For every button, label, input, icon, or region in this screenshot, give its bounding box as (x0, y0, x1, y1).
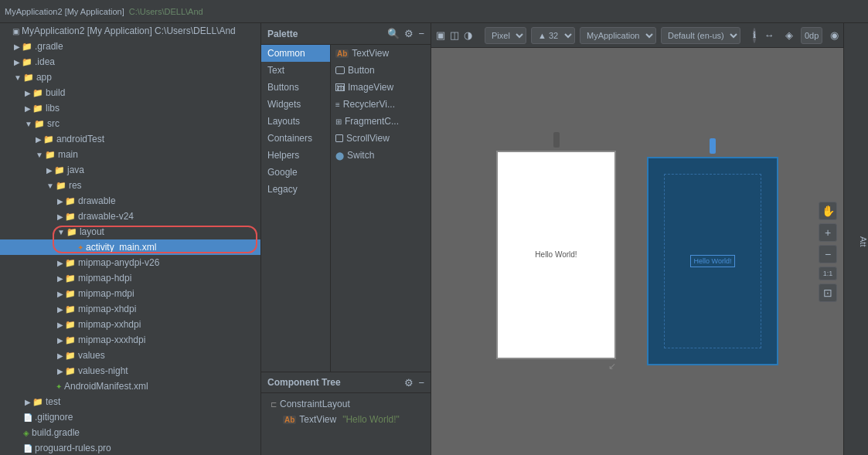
app-select[interactable]: MyApplication (580, 27, 656, 44)
tree-arrow: ▼ (14, 73, 22, 82)
palette-cat-text[interactable]: Text (261, 62, 330, 79)
fullscreen-btn[interactable]: ⊡ (819, 284, 837, 302)
tree-item-label: MyApplication2 [My Application] C:\Users… (22, 25, 236, 36)
ratio-btn[interactable]: 1:1 (819, 267, 837, 280)
tree-item-src[interactable]: ▼📁src (0, 116, 260, 131)
tree-item-build[interactable]: ▶📁build (0, 85, 260, 100)
normal-phone-frame: Hello World! ↙ (496, 132, 616, 372)
tree-item-mipmap-xhdpi[interactable]: ▶📁mipmap-xhdpi (0, 301, 260, 317)
design-mode-btn[interactable]: ▣ (436, 27, 445, 44)
palette-widget-textview[interactable]: AbTextView (331, 45, 431, 62)
palette-cat-widgets[interactable]: Widgets (261, 96, 330, 113)
tree-item-mipmap-anydpi-v26[interactable]: ▶📁mipmap-anydpi-v26 (0, 255, 260, 270)
tree-item-build-gradle[interactable]: ◈build.gradle (0, 425, 260, 440)
comp-constraint-layout[interactable]: ⊏ ConstraintLayout (267, 396, 424, 412)
locale-select[interactable]: Default (en-us) (661, 27, 740, 44)
tree-item-idea[interactable]: ▶📁.idea (0, 54, 260, 70)
tree-arrow: ▶ (57, 336, 63, 345)
dp-label: 0dp (801, 27, 822, 44)
tree-item-layout[interactable]: ▼📁layout (0, 224, 260, 239)
comp-textview[interactable]: Ab TextView "Hello World!" (267, 412, 424, 427)
palette-header-icons: 🔍 ⚙ − (387, 28, 424, 39)
palette-cat-google[interactable]: Google (261, 164, 330, 181)
folder-icon: 📁 (34, 119, 45, 129)
palette-cat-helpers[interactable]: Helpers (261, 147, 330, 164)
blueprint-mode-btn[interactable]: ◫ (450, 27, 459, 44)
toolbar-icon-1[interactable]: ↔ (761, 27, 778, 44)
close-palette-icon[interactable]: − (418, 28, 424, 39)
palette-cat-containers[interactable]: Containers (261, 130, 330, 147)
tree-item-mipmap-xxxhdpi[interactable]: ▶📁mipmap-xxxhdpi (0, 332, 260, 348)
color-mode-btn[interactable]: ◑ (464, 27, 472, 44)
widget-label: ScrollView (346, 133, 390, 144)
tree-item-androidmanifest[interactable]: ✦AndroidManifest.xml (0, 379, 260, 394)
tree-item-app[interactable]: ▼📁app (0, 70, 260, 85)
constraint-layout-label: ConstraintLayout (280, 399, 350, 409)
component-tree-close-icon[interactable]: − (418, 377, 424, 389)
hello-world-text: Hello World! (535, 250, 577, 259)
design-panel: ▣ ◫ ◑ Pixel ▲ 32 MyApplication Default (… (431, 23, 843, 455)
tree-item-mipmap-hdpi[interactable]: ▶📁mipmap-hdpi (0, 270, 260, 286)
tree-item-gradle[interactable]: ▶📁.gradle (0, 39, 260, 54)
tree-item-proguard[interactable]: 📄proguard-rules.pro (0, 440, 260, 455)
tree-item-libs[interactable]: ▶📁libs (0, 100, 260, 116)
palette-widget-button[interactable]: Button (331, 62, 431, 79)
palette-cat-layouts[interactable]: Layouts (261, 113, 330, 130)
textview-type-icon: Ab (283, 416, 296, 424)
tree-item-label: java (67, 165, 84, 175)
textview-label: TextView (299, 414, 336, 425)
hand-tool-btn[interactable]: ✋ (819, 202, 837, 220)
tree-item-values-night[interactable]: ▶📁values-night (0, 363, 260, 379)
component-tree-settings-icon[interactable]: ⚙ (404, 377, 414, 389)
tree-item-label: values-night (78, 365, 128, 376)
tree-item-gitignore[interactable]: 📄.gitignore (0, 409, 260, 425)
folder-icon: 📁 (65, 366, 76, 376)
palette-cat-legacy[interactable]: Legacy (261, 181, 330, 198)
search-icon[interactable]: 🔍 (387, 28, 400, 39)
zoom-out-btn[interactable]: − (819, 245, 837, 263)
tree-arrow: ▶ (46, 166, 53, 175)
tree-item-test[interactable]: ▶📁test (0, 394, 260, 409)
info-btn[interactable]: ℹ (753, 28, 756, 43)
tree-arrow: ▶ (57, 305, 63, 314)
tree-item-app-root[interactable]: ▣MyApplication2 [My Application] C:\User… (0, 23, 260, 39)
toolbar-icon-3[interactable]: ◉ (825, 27, 842, 44)
component-tree-title: Component Tree (267, 377, 341, 388)
folder-icon: 📁 (65, 320, 76, 330)
att-label: Att (859, 236, 868, 246)
tree-item-label: layout (80, 226, 104, 237)
folder-icon: 📁 (22, 42, 32, 52)
tree-item-drawable-v24[interactable]: ▶📁drawable-v24 (0, 209, 260, 224)
tree-item-java[interactable]: ▶📁java (0, 162, 260, 178)
folder-icon: 📁 (32, 88, 43, 98)
tree-item-mipmap-mdpi[interactable]: ▶📁mipmap-mdpi (0, 286, 260, 301)
palette-widget-recyclerview[interactable]: ≡RecyclerVi... (331, 96, 431, 113)
blueprint-phone-screen: Hello World! (647, 157, 778, 365)
tree-item-activity_main[interactable]: ✦activity_main.xml (0, 239, 260, 255)
palette-widget-switch[interactable]: ⬤Switch (331, 147, 431, 164)
tree-item-res[interactable]: ▼📁res (0, 178, 260, 193)
palette-widget-imageview[interactable]: 🖼ImageView (331, 79, 431, 96)
palette-cat-common[interactable]: Common (261, 45, 330, 62)
palette-widget-scrollview[interactable]: ScrollView (331, 130, 431, 147)
device-select[interactable]: Pixel (485, 27, 526, 44)
widget-icon-frag: ⊞ (335, 117, 342, 126)
tree-item-values[interactable]: ▶📁values (0, 348, 260, 363)
tree-item-mipmap-xxhdpi[interactable]: ▶📁mipmap-xxhdpi (0, 317, 260, 332)
toolbar-icon-2[interactable]: ◈ (781, 27, 798, 44)
file-icon: 📄 (23, 444, 32, 453)
tree-arrow: ▶ (25, 398, 31, 406)
api-select[interactable]: ▲ 32 (531, 27, 575, 44)
tree-item-main[interactable]: ▼📁main (0, 147, 260, 162)
palette-cat-buttons[interactable]: Buttons (261, 79, 330, 96)
widget-label: TextView (352, 48, 389, 59)
palette-widget-fragmentcontainer[interactable]: ⊞FragmentC... (331, 113, 431, 130)
tree-item-androidTest[interactable]: ▶📁androidTest (0, 131, 260, 147)
tree-item-label: mipmap-hdpi (78, 273, 131, 284)
tree-item-label: app (36, 72, 52, 83)
design-toolbar: ▣ ◫ ◑ Pixel ▲ 32 MyApplication Default (… (431, 23, 843, 48)
zoom-in-btn[interactable]: + (819, 223, 837, 242)
tree-item-drawable[interactable]: ▶📁drawable (0, 193, 260, 209)
canvas-area: Hello World! ↙ Hello World! (431, 48, 843, 455)
settings-icon[interactable]: ⚙ (404, 28, 414, 39)
